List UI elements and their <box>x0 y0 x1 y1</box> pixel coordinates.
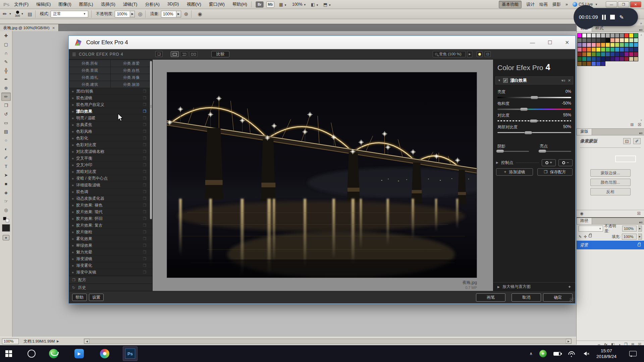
color-swatch[interactable] <box>587 33 591 38</box>
color-swatch[interactable] <box>591 43 596 47</box>
type-tool[interactable]: T <box>1 162 11 171</box>
filter-item[interactable]: ★渐变滤镜❐ <box>69 256 152 262</box>
star-icon[interactable]: ★ <box>71 103 76 107</box>
star-icon[interactable]: ★ <box>71 204 76 207</box>
color-swatch[interactable] <box>587 43 591 47</box>
slider-handle[interactable] <box>530 119 538 123</box>
start-button[interactable] <box>5 350 12 357</box>
marquee-tool[interactable]: ▢ <box>1 40 11 49</box>
filter-item[interactable]: ★胶片效果: 褪色❐ <box>69 202 152 209</box>
color-swatch[interactable] <box>610 57 615 61</box>
color-swatch[interactable] <box>629 52 634 57</box>
recipes-section[interactable]: ❐ 配方 <box>69 276 152 284</box>
zoom-dropdown-arrow[interactable]: ▶ <box>467 51 472 57</box>
color-swatch[interactable] <box>610 47 615 52</box>
muted-speaker-icon[interactable]: ✕ <box>582 352 590 356</box>
quick-mask-icon[interactable]: ◙ <box>3 235 9 240</box>
color-swatch[interactable] <box>634 43 638 47</box>
color-swatch[interactable] <box>624 43 629 47</box>
expand-caret-icon[interactable]: ▶ <box>496 161 498 164</box>
taskbar-photoshop-icon[interactable]: Ps <box>123 346 138 361</box>
tool-preset-picker[interactable]: ✏▼ <box>3 11 12 17</box>
color-swatch[interactable] <box>587 47 591 52</box>
presets-icon[interactable]: ❐ <box>143 149 146 154</box>
filter-item[interactable]: ★胶片微粒❐ <box>69 229 152 236</box>
presets-icon[interactable]: ❐ <box>143 203 146 207</box>
foreground-color-swatch[interactable] <box>2 224 10 232</box>
color-swatch[interactable] <box>601 61 605 66</box>
shape-tool[interactable]: ■ <box>1 180 11 188</box>
slider-track[interactable] <box>497 109 571 110</box>
panel-menu-icon[interactable]: ▾≡ <box>639 28 643 32</box>
color-swatch[interactable] <box>596 52 601 57</box>
fill-field[interactable]: 100% <box>622 234 637 240</box>
active-filter-header[interactable]: ▼ ✓ 漂白效果 ▾≡ ✕ <box>495 76 573 84</box>
delete-swatch-icon[interactable]: ☒ <box>638 122 641 127</box>
filter-item[interactable]: ★详细提取滤镜❐ <box>69 182 152 189</box>
fill-arrow[interactable]: ▶ <box>638 234 642 240</box>
workspace-more-chevron[interactable]: » <box>566 2 568 7</box>
star-icon[interactable]: ★ <box>71 257 76 261</box>
split-view-button[interactable] <box>180 51 188 57</box>
panel-toggle-icon[interactable]: ⊡ <box>485 51 491 57</box>
filter-item[interactable]: ★黑暗对比度❐ <box>69 169 152 175</box>
resize-grip[interactable] <box>570 298 574 302</box>
zoom-level-field[interactable]: 100%▼ <box>292 2 306 7</box>
color-swatch[interactable] <box>610 38 615 43</box>
arrange-documents-icon[interactable]: ◧▼ <box>311 2 319 7</box>
filter-list-scrollbar[interactable] <box>150 61 152 219</box>
quick-selection-tool[interactable]: ✎ <box>1 58 11 66</box>
star-icon[interactable]: ★ <box>71 137 76 140</box>
presets-icon[interactable]: ❐ <box>143 123 146 127</box>
color-swatch[interactable] <box>624 33 629 38</box>
layers-opacity-arrow[interactable]: ▶ <box>638 226 642 232</box>
color-swatch[interactable] <box>624 57 629 61</box>
taskbar-video-player-icon[interactable]: ▶ <box>72 346 87 361</box>
presets-icon[interactable]: ❐ <box>143 196 146 201</box>
workspace-essentials[interactable]: 基本功能 <box>499 1 522 8</box>
annotate-button[interactable]: ✎ <box>619 14 624 20</box>
color-swatch[interactable] <box>624 52 629 57</box>
menu-item[interactable]: 图层(L) <box>79 1 93 7</box>
menu-item[interactable]: 3D(D) <box>167 1 179 7</box>
horizontal-scrollbar[interactable]: ◀ ▶ <box>84 339 572 344</box>
antivirus-tray-icon[interactable]: + <box>539 350 547 357</box>
subtract-control-point-button[interactable]: − <box>558 159 573 166</box>
color-swatch[interactable] <box>596 61 601 66</box>
color-swatch[interactable] <box>620 52 624 57</box>
presets-icon[interactable]: ❐ <box>143 176 146 181</box>
hand-tool[interactable]: ☞ <box>1 197 11 205</box>
scroll-left-icon[interactable]: ◀ <box>84 339 90 344</box>
lock-icons[interactable]: ✎ ✢ <box>579 235 592 239</box>
star-icon[interactable]: ★ <box>71 143 76 147</box>
presets-icon[interactable]: ❐ <box>143 103 146 107</box>
dialog-minimize-icon[interactable]: — <box>530 40 535 46</box>
category-button[interactable]: 分类.喜爱 <box>111 60 152 67</box>
pressure-opacity-icon[interactable]: ◎ <box>138 11 142 17</box>
color-swatch[interactable] <box>605 33 610 38</box>
menu-item[interactable]: 编辑(E) <box>36 1 51 7</box>
default-colors-icon[interactable] <box>3 217 9 222</box>
help-button[interactable]: 帮助 <box>72 294 87 301</box>
add-control-point-button[interactable]: + <box>542 159 556 166</box>
filter-item[interactable]: ★色彩对比度❐ <box>69 142 152 148</box>
taskbar-browser-icon[interactable] <box>46 346 61 361</box>
add-pixel-mask-icon[interactable]: ⊡ <box>623 138 631 144</box>
star-icon[interactable]: ★ <box>71 117 76 120</box>
menu-item[interactable]: 图像(I) <box>58 1 71 7</box>
add-filter-button[interactable]: +添加滤镜 <box>496 168 533 176</box>
history-brush-tool[interactable]: ↺ <box>1 110 11 118</box>
eyedropper-tool[interactable]: ✒ <box>1 75 11 83</box>
menu-item[interactable]: 滤镜(T) <box>123 1 138 7</box>
color-swatch[interactable] <box>596 43 601 47</box>
color-swatch[interactable] <box>591 38 596 43</box>
brush-tool[interactable]: ✏ <box>1 93 11 101</box>
presets-icon[interactable]: ❐ <box>143 217 146 221</box>
highlights-handle[interactable] <box>538 149 546 153</box>
background-layer-row[interactable]: 背景 <box>577 241 644 249</box>
category-button[interactable]: 分类.景观 <box>69 67 110 74</box>
bridge-button[interactable]: Br <box>256 1 264 8</box>
color-swatch[interactable] <box>582 57 587 61</box>
scroll-right-icon[interactable]: ▶ <box>566 339 571 344</box>
cortana-button[interactable] <box>28 350 36 358</box>
